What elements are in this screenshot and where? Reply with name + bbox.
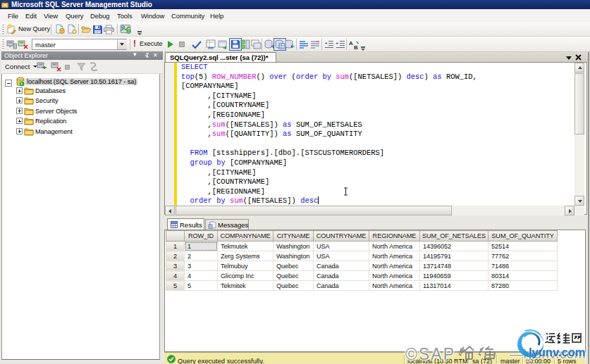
svg-text:B: B (354, 44, 358, 50)
svg-text:A: A (349, 40, 353, 46)
